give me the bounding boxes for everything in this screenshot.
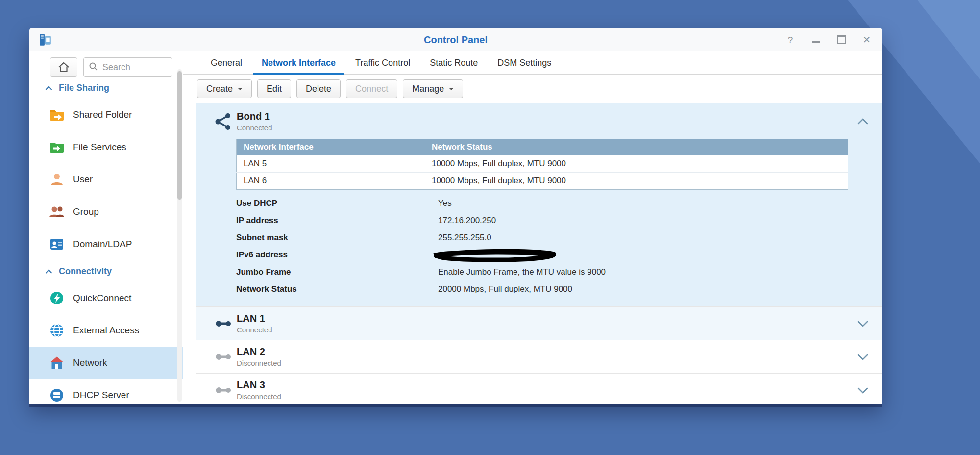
- chevron-down-icon[interactable]: [858, 354, 868, 360]
- sidebar-item-external-access[interactable]: External Access: [29, 314, 183, 347]
- section-header-connectivity[interactable]: Connectivity: [29, 260, 183, 282]
- bond-title: Bond 1: [237, 111, 272, 122]
- column-header-network-interface: Network Interface: [237, 139, 425, 155]
- edit-button[interactable]: Edit: [257, 79, 291, 98]
- desktop: Control Panel ? ✕: [0, 0, 980, 455]
- sidebar: File Sharing Shared Folder File Services: [29, 51, 183, 404]
- collapse-chevron-icon: [45, 86, 52, 90]
- detail-row-ipv6-address: IPv6 address: [196, 246, 882, 263]
- titlebar: Control Panel ? ✕: [29, 28, 882, 51]
- user-icon: [49, 172, 65, 187]
- caret-down-icon: [449, 88, 454, 90]
- sidebar-item-network[interactable]: Network: [29, 347, 183, 379]
- window-controls: ? ✕: [784, 33, 873, 46]
- bond-status: Connected: [237, 124, 272, 132]
- detail-row-jumbo-frame: Jumbo Frame Enable Jumbo Frame, the MTU …: [196, 263, 882, 280]
- interface-status: Disconnected: [237, 359, 281, 367]
- dhcp-server-icon: [49, 387, 65, 403]
- sidebar-item-label: Group: [73, 206, 99, 217]
- close-icon[interactable]: ✕: [860, 33, 873, 46]
- sidebar-item-file-services[interactable]: File Services: [29, 131, 183, 163]
- sidebar-item-label: QuickConnect: [73, 293, 131, 303]
- chevron-down-icon[interactable]: [858, 320, 868, 327]
- tab-general[interactable]: General: [201, 51, 252, 74]
- sidebar-item-dhcp-server[interactable]: DHCP Server: [29, 379, 183, 404]
- table-row: LAN 6 10000 Mbps, Full duplex, MTU 9000: [237, 173, 848, 190]
- redaction-scribble: [431, 248, 558, 262]
- home-icon: [57, 61, 70, 73]
- network-icon: [49, 355, 65, 371]
- column-header-network-status: Network Status: [425, 139, 848, 155]
- file-services-icon: [49, 139, 65, 155]
- lan-disconnected-icon: [214, 348, 233, 366]
- lan-2-row[interactable]: LAN 2 Disconnected: [196, 340, 882, 373]
- caret-down-icon: [238, 88, 243, 90]
- sidebar-item-label: User: [73, 174, 93, 185]
- sidebar-item-label: Network: [73, 357, 107, 368]
- lan-3-row[interactable]: LAN 3 Disconnected: [196, 373, 882, 404]
- detail-row-ip-address: IP address 172.16.200.250: [196, 212, 882, 229]
- sidebar-item-group[interactable]: Group: [29, 196, 183, 228]
- sidebar-item-label: External Access: [73, 325, 139, 336]
- control-panel-app-icon: [38, 33, 52, 47]
- external-access-icon: [49, 323, 65, 338]
- domain-ldap-icon: [49, 236, 65, 252]
- tab-static-route[interactable]: Static Route: [420, 51, 488, 74]
- sidebar-item-user[interactable]: User: [29, 163, 183, 196]
- bond-1-section: Bond 1 Connected Network Interface: [196, 103, 882, 306]
- control-panel-window: Control Panel ? ✕: [29, 28, 882, 404]
- lan-1-row[interactable]: LAN 1 Connected: [196, 306, 882, 340]
- connect-button: Connect: [346, 79, 397, 98]
- delete-button[interactable]: Delete: [296, 79, 341, 98]
- sidebar-item-quickconnect[interactable]: QuickConnect: [29, 282, 183, 314]
- lan-disconnected-icon: [214, 381, 233, 400]
- bond-interfaces-table: Network Interface Network Status LAN 5 1…: [236, 139, 848, 190]
- search-input[interactable]: [101, 62, 167, 73]
- create-button[interactable]: Create: [197, 79, 252, 98]
- tab-bar: General Network Interface Traffic Contro…: [183, 51, 882, 75]
- sidebar-item-domain-ldap[interactable]: Domain/LDAP: [29, 228, 183, 260]
- table-row: LAN 5 10000 Mbps, Full duplex, MTU 9000: [237, 155, 848, 173]
- interface-list: Bond 1 Connected Network Interface: [183, 103, 882, 404]
- shared-folder-icon: [49, 107, 65, 123]
- sidebar-item-shared-folder[interactable]: Shared Folder: [29, 99, 183, 131]
- table-header-row: Network Interface Network Status: [237, 139, 848, 155]
- main-panel: General Network Interface Traffic Contro…: [183, 51, 882, 404]
- home-button[interactable]: [50, 57, 77, 77]
- detail-row-subnet-mask: Subnet mask 255.255.255.0: [196, 229, 882, 246]
- lan-connected-icon: [214, 314, 233, 333]
- toolbar: Create Edit Delete Connect Manage: [183, 75, 882, 103]
- bond-icon: [214, 112, 233, 131]
- interface-title: LAN 3: [237, 379, 281, 391]
- tab-network-interface[interactable]: Network Interface: [252, 51, 345, 74]
- tab-traffic-control[interactable]: Traffic Control: [345, 51, 420, 74]
- search-box[interactable]: [83, 57, 172, 77]
- sidebar-scrollbar[interactable]: [177, 69, 182, 402]
- minimize-icon[interactable]: [809, 33, 822, 46]
- maximize-icon[interactable]: [835, 33, 848, 46]
- interface-title: LAN 1: [237, 313, 272, 324]
- detail-row-use-dhcp: Use DHCP Yes: [196, 195, 882, 212]
- section-header-file-sharing[interactable]: File Sharing: [29, 77, 183, 99]
- sidebar-item-label: Shared Folder: [73, 109, 132, 120]
- detail-row-network-status: Network Status 20000 Mbps, Full duplex, …: [196, 280, 882, 298]
- quickconnect-icon: [49, 290, 65, 306]
- tab-dsm-settings[interactable]: DSM Settings: [488, 51, 561, 74]
- manage-button[interactable]: Manage: [403, 79, 463, 98]
- sidebar-top: [29, 57, 183, 77]
- interface-status: Disconnected: [237, 392, 281, 401]
- help-icon[interactable]: ?: [784, 33, 797, 46]
- search-icon: [89, 62, 98, 73]
- bond-1-header[interactable]: Bond 1 Connected: [196, 111, 882, 132]
- interface-status: Connected: [237, 326, 272, 334]
- chevron-down-icon[interactable]: [858, 387, 868, 393]
- collapse-chevron-icon: [45, 269, 52, 274]
- bond-details: Use DHCP Yes IP address 172.16.200.250 S…: [196, 195, 882, 298]
- sidebar-item-label: File Services: [73, 142, 126, 152]
- sidebar-item-label: Domain/LDAP: [73, 239, 132, 250]
- interface-title: LAN 2: [237, 346, 281, 357]
- sidebar-scrollbar-thumb[interactable]: [177, 71, 182, 200]
- chevron-up-icon[interactable]: [858, 118, 868, 124]
- window-title: Control Panel: [29, 34, 882, 46]
- group-icon: [49, 204, 65, 220]
